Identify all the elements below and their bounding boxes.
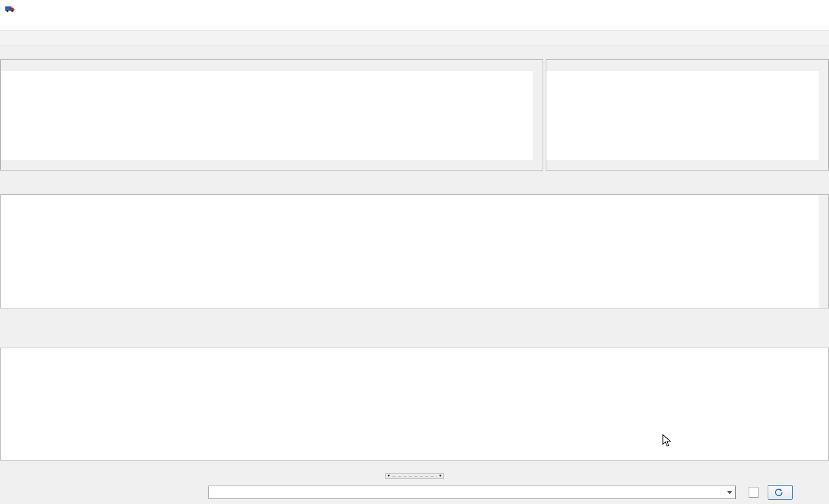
trips-grid xyxy=(1,348,828,460)
splitter-row: ▼ ▼ xyxy=(0,470,829,481)
trips-section xyxy=(0,331,829,470)
power-units-grid xyxy=(546,71,819,160)
power-units-vertical-scrollbar[interactable] xyxy=(819,71,828,160)
trips-horizontal-scrollbar[interactable] xyxy=(0,460,829,470)
freight-bills-grid xyxy=(1,195,819,308)
freight-bills-toolbar xyxy=(0,178,829,193)
drivers-pane xyxy=(0,47,543,170)
drivers-vertical-scrollbar[interactable] xyxy=(533,71,543,160)
splitter-collapse-handle[interactable]: ▼ ▼ xyxy=(385,473,444,479)
refresh-button[interactable] xyxy=(768,485,793,500)
app-icon xyxy=(5,4,15,13)
more-button[interactable] xyxy=(738,487,747,498)
splitter-dots xyxy=(392,476,437,476)
freight-bills-horizontal-scrollbar[interactable] xyxy=(0,308,829,318)
freight-bills-section xyxy=(0,178,829,318)
main-toolbar xyxy=(0,30,829,45)
top-workspace xyxy=(0,47,829,170)
power-units-pane xyxy=(546,47,829,170)
collapse-arrow-icon: ▼ xyxy=(387,474,391,478)
c-button[interactable] xyxy=(749,487,758,498)
titlebar xyxy=(0,0,829,17)
drivers-panel xyxy=(0,59,543,170)
drivers-horizontal-scrollbar[interactable] xyxy=(1,160,543,170)
window-controls xyxy=(744,0,829,17)
power-units-panel-title xyxy=(546,60,828,71)
collapse-arrow-icon: ▼ xyxy=(438,474,442,478)
drivers-grid xyxy=(1,71,533,160)
app-window: ▼ ▼ xyxy=(0,0,829,504)
filter-combobox[interactable] xyxy=(208,486,736,499)
combobox-dropdown-icon xyxy=(727,491,732,494)
bottom-bar xyxy=(0,481,829,504)
trips-toolbar xyxy=(0,331,829,346)
left-tab-strip xyxy=(0,47,543,59)
refresh-icon xyxy=(774,488,783,497)
freight-bills-vertical-scrollbar[interactable] xyxy=(819,195,828,308)
menu-bar xyxy=(0,17,829,30)
drivers-panel-title xyxy=(1,60,543,71)
minimize-button[interactable] xyxy=(744,0,773,17)
maximize-button[interactable] xyxy=(773,0,801,17)
power-units-panel xyxy=(546,59,829,170)
right-tab-strip xyxy=(546,47,829,59)
close-button[interactable] xyxy=(801,0,829,17)
power-units-horizontal-scrollbar[interactable] xyxy=(546,160,828,170)
